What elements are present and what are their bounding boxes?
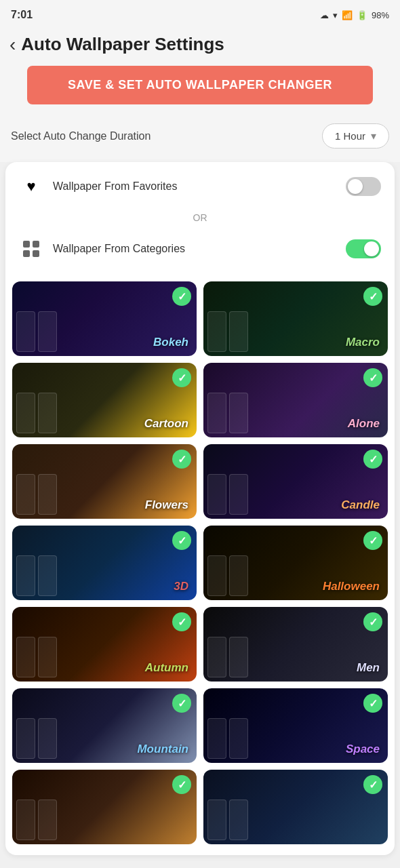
phone-preview — [16, 393, 35, 433]
favorites-label: Wallpaper From Favorites — [53, 180, 177, 193]
category-item-candle[interactable]: Candle✓ — [203, 444, 388, 519]
duration-label: Select Auto Change Duration — [11, 130, 151, 142]
check-badge-men: ✓ — [363, 612, 382, 631]
chevron-down-icon: ▾ — [371, 130, 376, 142]
save-button-wrap: SAVE & SET AUTO WALLPAPER CHANGER — [0, 66, 400, 121]
main-card: ♥ Wallpaper From Favorites OR Wallpaper … — [5, 162, 395, 855]
categories-toggle-row: Wallpaper From Categories — [5, 224, 395, 273]
phone-preview — [207, 800, 226, 840]
or-divider: OR — [5, 211, 395, 224]
check-badge-3d: ✓ — [172, 531, 191, 550]
phone-preview — [229, 718, 248, 759]
phone-preview — [229, 555, 248, 596]
phone-preview — [207, 393, 226, 433]
check-badge-space: ✓ — [363, 694, 382, 713]
battery-percent: 98% — [372, 10, 389, 20]
check-badge-extra2: ✓ — [363, 775, 382, 794]
check-badge-extra1: ✓ — [172, 775, 191, 794]
status-icons: ☁ ▾ 📶 🔋 98% — [320, 10, 389, 20]
category-item-men[interactable]: Men✓ — [203, 607, 388, 682]
category-item-3d[interactable]: 3D✓ — [12, 526, 197, 600]
phone-preview — [38, 637, 57, 677]
phone-preview — [229, 393, 248, 433]
svg-rect-2 — [23, 250, 30, 257]
phone-preview — [38, 800, 57, 840]
phone-preview — [16, 474, 35, 515]
phone-preview — [38, 311, 57, 352]
category-name-macro: Macro — [346, 336, 380, 349]
phone-preview — [207, 555, 226, 596]
check-badge-autumn: ✓ — [172, 612, 191, 631]
category-item-cartoon[interactable]: Cartoon✓ — [12, 363, 197, 437]
category-name-men: Men — [357, 661, 380, 675]
phone-preview — [229, 311, 248, 352]
favorites-toggle-left: ♥ Wallpaper From Favorites — [19, 174, 177, 199]
phone-preview — [207, 311, 226, 352]
duration-row: Select Auto Change Duration 1 Hour ▾ — [0, 121, 400, 162]
phone-preview — [38, 718, 57, 759]
phone-preview — [38, 474, 57, 515]
phone-preview — [16, 637, 35, 677]
favorites-toggle-row: ♥ Wallpaper From Favorites — [5, 162, 395, 211]
categories-toggle-switch[interactable] — [346, 239, 381, 258]
phone-preview — [16, 555, 35, 596]
category-name-flowers: Flowers — [145, 498, 188, 512]
category-name-autumn: Autumn — [145, 661, 188, 675]
category-name-space: Space — [346, 743, 380, 756]
svg-rect-3 — [33, 250, 39, 257]
category-item-extra1[interactable]: ✓ — [12, 770, 197, 844]
category-name-3d: 3D — [174, 580, 188, 593]
signal-icon: 📶 — [342, 10, 353, 20]
check-badge-bokeh: ✓ — [172, 287, 191, 306]
category-item-extra2[interactable]: ✓ — [203, 770, 388, 844]
page-title: Auto Wallpaper Settings — [21, 34, 224, 55]
phone-preview — [229, 474, 248, 515]
phone-preview — [229, 637, 248, 677]
status-time: 7:01 — [11, 9, 33, 21]
phone-preview — [16, 800, 35, 840]
heart-icon: ♥ — [19, 174, 43, 199]
category-name-alone: Alone — [348, 417, 380, 431]
check-badge-macro: ✓ — [363, 287, 382, 306]
svg-rect-1 — [33, 241, 39, 248]
category-name-halloween: Halloween — [323, 580, 380, 593]
phone-preview — [16, 718, 35, 759]
category-item-autumn[interactable]: Autumn✓ — [12, 607, 197, 682]
check-badge-flowers: ✓ — [172, 450, 191, 469]
status-bar: 7:01 ☁ ▾ 📶 🔋 98% — [0, 0, 400, 27]
cloud-icon: ☁ — [320, 10, 329, 20]
phone-preview — [207, 474, 226, 515]
check-badge-candle: ✓ — [363, 450, 382, 469]
category-item-mountain[interactable]: Mountain✓ — [12, 688, 197, 763]
battery-icon: 🔋 — [357, 10, 367, 20]
check-badge-cartoon: ✓ — [172, 368, 191, 387]
back-button[interactable]: ‹ — [9, 35, 16, 54]
wifi-icon: ▾ — [333, 10, 338, 20]
phone-preview — [38, 393, 57, 433]
category-item-space[interactable]: Space✓ — [203, 688, 388, 763]
categories-label: Wallpaper From Categories — [53, 243, 185, 255]
duration-value: 1 Hour — [335, 130, 365, 142]
category-name-candle: Candle — [341, 498, 380, 512]
favorites-toggle-switch[interactable] — [346, 177, 381, 196]
header: ‹ Auto Wallpaper Settings — [0, 27, 400, 66]
category-item-halloween[interactable]: Halloween✓ — [203, 526, 388, 600]
phone-preview — [207, 637, 226, 677]
duration-dropdown[interactable]: 1 Hour ▾ — [322, 123, 389, 149]
phone-preview — [229, 800, 248, 840]
category-name-mountain: Mountain — [137, 743, 188, 756]
category-grid: Bokeh✓Macro✓Cartoon✓Alone✓Flowers✓Candle… — [5, 273, 395, 844]
category-item-bokeh[interactable]: Bokeh✓ — [12, 281, 197, 356]
check-badge-mountain: ✓ — [172, 694, 191, 713]
category-name-bokeh: Bokeh — [153, 336, 188, 349]
category-item-alone[interactable]: Alone✓ — [203, 363, 388, 437]
phone-preview — [16, 311, 35, 352]
check-badge-alone: ✓ — [363, 368, 382, 387]
category-item-macro[interactable]: Macro✓ — [203, 281, 388, 356]
category-item-flowers[interactable]: Flowers✓ — [12, 444, 197, 519]
phone-preview — [38, 555, 57, 596]
phone-preview — [207, 718, 226, 759]
save-button[interactable]: SAVE & SET AUTO WALLPAPER CHANGER — [27, 66, 373, 104]
categories-icon — [19, 237, 43, 261]
category-name-cartoon: Cartoon — [144, 417, 188, 431]
